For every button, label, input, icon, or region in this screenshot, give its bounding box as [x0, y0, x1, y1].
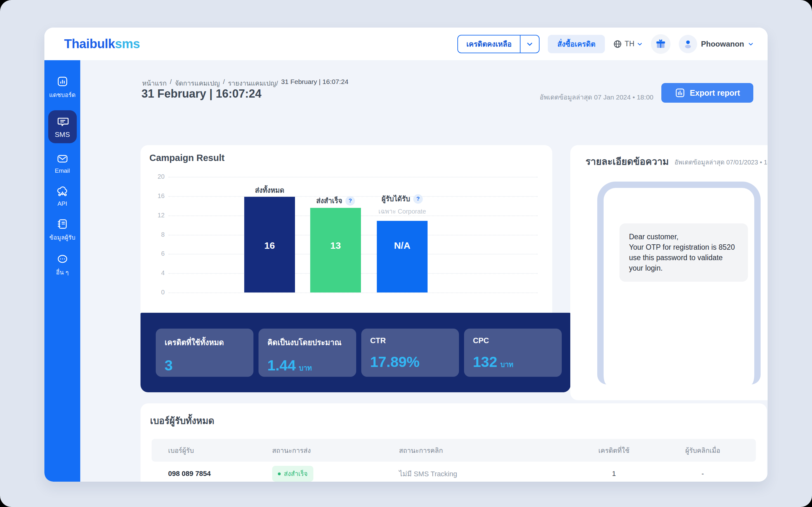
sidebar-item-email[interactable]: Email	[44, 153, 80, 174]
y-axis-tick: 16	[152, 192, 165, 200]
bar-value-sent-success: 13	[310, 240, 361, 251]
sidebar-item-label: ข้อมูลผู้รับ	[49, 233, 75, 242]
sidebar-item-label: SMS	[55, 130, 70, 139]
column-header-click-status: สถานะการคลิก	[399, 445, 578, 456]
stat-label: CTR	[370, 336, 450, 345]
credit-balance-dropdown-toggle[interactable]	[520, 36, 539, 53]
top-header: Thaibulksms เครดิตคงเหลือ สั่งซื้อเครดิต…	[44, 27, 768, 60]
cell-credits: 1	[578, 469, 650, 478]
stat-value: 1.44บาท	[267, 357, 347, 374]
sidebar-item-label: แดชบอร์ด	[49, 90, 76, 100]
api-cloud-icon	[56, 185, 69, 198]
help-icon[interactable]: ?	[413, 194, 423, 204]
sidebar-item-label: Email	[55, 167, 70, 174]
stat-number: 132	[473, 354, 497, 370]
brand-logo-bold: Thaibulk	[64, 37, 115, 51]
stat-number: 1.44	[267, 357, 296, 374]
sms-icon	[56, 115, 69, 128]
cell-phone: 098 089 7854	[152, 469, 272, 478]
column-header-credits: เครดิตที่ใช้	[578, 445, 650, 456]
y-axis-tick: 4	[152, 269, 165, 277]
page-title: 31 February | 16:07:24	[142, 87, 261, 101]
bar-label-sent-success: ส่งสำเร็จ ?	[304, 195, 367, 206]
export-report-label: Export report	[690, 89, 740, 98]
language-selector[interactable]: TH	[613, 40, 643, 49]
column-header-send-status: สถานะการส่ง	[272, 445, 399, 456]
bar-value-total-sent: 16	[244, 240, 295, 251]
table-row: 098 089 7854 ส่งสำเร็จ ไม่มี SMS Trackin…	[152, 462, 756, 482]
sidebar-item-label: อื่น ๆ	[56, 268, 69, 277]
stat-unit: บาท	[501, 360, 513, 369]
campaign-bar-chart: 20 16 12 8 6 4 0 ส่งทั้งหมด	[141, 145, 552, 313]
more-options-icon	[56, 253, 68, 265]
stat-card-cpc: CPC 132บาท	[464, 329, 562, 377]
y-axis-tick: 20	[152, 173, 165, 180]
avatar	[679, 35, 697, 53]
user-menu[interactable]: Phoowanon	[679, 35, 754, 53]
status-badge-success: ส่งสำเร็จ	[272, 466, 313, 482]
table-header-row: เบอร์ผู้รับ สถานะการส่ง สถานะการคลิก เคร…	[152, 439, 756, 462]
status-dot-icon	[278, 472, 281, 475]
status-badge-label: ส่งสำเร็จ	[284, 469, 308, 479]
dashboard-icon	[56, 75, 68, 88]
campaign-stats-band: เครดิตที่ใช้ทั้งหมด 3 คิดเป็นงบโดยประมาณ…	[141, 313, 571, 392]
breadcrumb-current: 31 February | 16:07:24	[281, 78, 348, 89]
page-background: Thaibulksms เครดิตคงเหลือ สั่งซื้อเครดิต…	[0, 0, 812, 507]
stat-card-credits-used: เครดิตที่ใช้ทั้งหมด 3	[156, 329, 253, 377]
sidebar-item-recipients[interactable]: ข้อมูลผู้รับ	[44, 218, 80, 242]
stat-number: 3	[165, 357, 173, 374]
stat-value: 17.89%	[370, 353, 450, 371]
stat-number: 17.89%	[370, 354, 420, 370]
brand-logo[interactable]: Thaibulksms	[64, 37, 140, 51]
bar-label-text: ส่งสำเร็จ	[316, 195, 342, 206]
chevron-down-icon	[748, 41, 754, 47]
rewards-button[interactable]	[651, 34, 670, 54]
bar-label-recipient-received: ผู้รับได้รับ ?	[370, 193, 434, 205]
recipients-table-title: เบอร์ผู้รับทั้งหมด	[150, 413, 214, 428]
sidebar-item-api[interactable]: API	[44, 185, 80, 207]
stat-value: 132บาท	[473, 353, 553, 371]
stat-label: CPC	[473, 336, 553, 345]
message-detail-panel: รายละเอียดข้อความ อัพเดตข้อมูลล่าสุด 07/…	[570, 145, 768, 400]
sidebar-item-others[interactable]: อื่น ๆ	[44, 253, 80, 277]
stat-unit: บาท	[299, 364, 312, 372]
credit-balance-split-button: เครดิตคงเหลือ	[457, 35, 540, 53]
bar-label-text: ส่งทั้งหมด	[255, 185, 285, 196]
header-actions: เครดิตคงเหลือ สั่งซื้อเครดิต TH	[457, 34, 754, 54]
column-header-phone: เบอร์ผู้รับ	[152, 445, 272, 456]
export-report-button[interactable]: Export report	[661, 83, 753, 103]
recipients-table-card: เบอร์ผู้รับทั้งหมด เบอร์ผู้รับ สถานะการส…	[141, 403, 767, 482]
chevron-down-icon	[526, 41, 533, 48]
sms-message-bubble: Dear customer, Your OTP for registration…	[619, 223, 748, 282]
y-axis-tick: 0	[152, 289, 165, 296]
help-icon[interactable]: ?	[345, 196, 355, 206]
credit-balance-button[interactable]: เครดิตคงเหลือ	[458, 36, 520, 53]
stat-label: เครดิตที่ใช้ทั้งหมด	[165, 336, 245, 349]
sidebar-nav: แดชบอร์ด SMS Email API ข้อมูลผู้รับ อื่น…	[44, 60, 80, 482]
message-last-update-label: อัพเดตข้อมูลล่าสุด 07/01/2023 • 18:00	[674, 157, 768, 167]
gridline: 20	[168, 177, 538, 177]
gift-icon	[655, 38, 666, 50]
stat-card-estimated-budget: คิดเป็นงบโดยประมาณ 1.44บาท	[258, 329, 356, 377]
stat-value: 3	[165, 357, 245, 374]
main-content: หน้าแรก / จัดการแคมเปญ / รายงานแคมเปญ/ 3…	[80, 60, 768, 482]
last-update-label: อัพเดตข้อมูลล่าสุด 07 Jan 2024 • 18:00	[540, 92, 653, 102]
globe-icon	[613, 40, 622, 49]
email-icon	[56, 153, 68, 165]
bar-label-text: ผู้รับได้รับ	[382, 193, 410, 205]
gridline: 0	[168, 292, 538, 293]
y-axis-tick: 6	[152, 250, 165, 257]
cell-send-status: ส่งสำเร็จ	[272, 466, 399, 482]
stat-label: คิดเป็นงบโดยประมาณ	[267, 336, 347, 349]
y-axis-tick: 8	[152, 231, 165, 238]
sidebar-item-sms[interactable]: SMS	[48, 110, 77, 143]
buy-credit-button[interactable]: สั่งซื้อเครดิต	[548, 35, 605, 53]
message-detail-title: รายละเอียดข้อความ	[586, 154, 669, 169]
sidebar-item-dashboard[interactable]: แดชบอร์ด	[44, 75, 80, 100]
bar-value-recipient-received: N/A	[377, 240, 427, 251]
app-window: Thaibulksms เครดิตคงเหลือ สั่งซื้อเครดิต…	[44, 27, 768, 482]
column-header-clicked-at: ผู้รับคลิกเมื่อ	[650, 445, 756, 456]
language-label: TH	[624, 40, 635, 48]
phone-mockup: Dear customer, Your OTP for registration…	[597, 181, 761, 384]
chevron-down-icon	[637, 41, 643, 47]
